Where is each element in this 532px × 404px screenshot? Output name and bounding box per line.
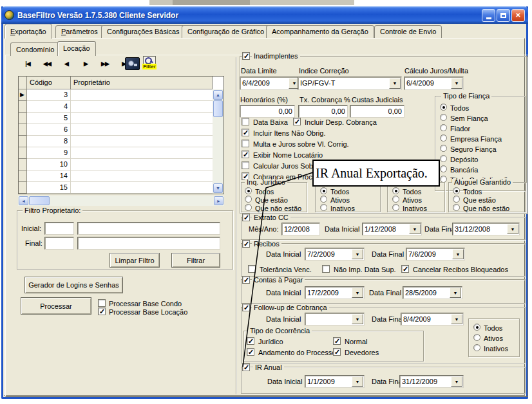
mes-ano-input[interactable] xyxy=(281,223,320,235)
fianca-seguro-radio[interactable] xyxy=(440,145,447,152)
grid-header-proprietario[interactable]: Proprietário xyxy=(71,77,213,89)
grid-row-selector[interactable] xyxy=(19,124,27,136)
exibir-nome-locatario-checkbox[interactable] xyxy=(242,151,249,158)
grid-cell-proprietario[interactable] xyxy=(71,147,213,159)
dropdown-arrow-icon[interactable]: ▼ xyxy=(352,288,363,298)
recibos-checkbox[interactable] xyxy=(242,240,250,248)
nav-fast-prev-button[interactable]: ◀◀ xyxy=(39,57,55,70)
dropdown-arrow-icon[interactable]: ▼ xyxy=(389,78,401,89)
devedores-checkbox[interactable] xyxy=(333,348,341,356)
fianca-fiador-radio[interactable] xyxy=(440,124,447,131)
grid-cell-codigo[interactable]: 3 xyxy=(27,89,71,101)
followup-checkbox[interactable] xyxy=(242,304,250,311)
grid-cell-proprietario[interactable] xyxy=(71,101,213,113)
grid-cell-codigo[interactable]: 9 xyxy=(27,147,71,159)
grid-horizontal-scrollbar[interactable]: ◄ ► xyxy=(18,196,224,206)
inq-que-nao-estao-radio[interactable] xyxy=(245,204,252,211)
inq-que-estao-radio[interactable] xyxy=(245,196,252,203)
cancelar-recibos-checkbox[interactable] xyxy=(401,265,409,273)
limpar-filtro-button[interactable]: Limpar Filtro xyxy=(109,253,160,268)
grid-cell-proprietario[interactable] xyxy=(71,170,213,182)
followup-data-final-combo[interactable]: 8/4/2009 ▼ xyxy=(401,313,464,326)
grid-cell-proprietario[interactable] xyxy=(71,124,213,136)
dropdown-arrow-icon[interactable]: ▼ xyxy=(352,314,363,324)
tab-controle-envio[interactable]: Controle de Envio xyxy=(374,25,442,38)
tolerancia-venc-checkbox[interactable] xyxy=(248,265,256,273)
tab-configuracao-grafico[interactable]: Configuração de Gráfico xyxy=(182,25,270,38)
dropdown-arrow-icon[interactable]: ▼ xyxy=(451,314,462,324)
aluguel-todos-radio[interactable] xyxy=(453,187,460,194)
nao-imp-data-sup-checkbox[interactable] xyxy=(322,265,330,273)
nav-first-button[interactable]: |◀ xyxy=(19,57,36,70)
honorarios-input[interactable] xyxy=(240,105,295,118)
extrato-cc-checkbox[interactable] xyxy=(242,214,250,221)
gerador-logins-senhas-button[interactable]: Gerador de Logins e Senhas xyxy=(24,277,123,293)
grid-row-selector[interactable] xyxy=(19,147,27,159)
grid-row-selector[interactable] xyxy=(19,170,27,182)
grid-row-selector[interactable] xyxy=(19,182,27,194)
contas-data-final-combo[interactable]: 28/5/2009 ▼ xyxy=(403,286,462,299)
ir-data-final-combo[interactable]: 31/12/2009 ▼ xyxy=(399,375,464,388)
dropdown-arrow-icon[interactable]: ▼ xyxy=(451,78,462,89)
inadimplentes-checkbox[interactable] xyxy=(242,52,250,60)
fianca-deposito-radio[interactable] xyxy=(440,155,447,162)
grid-cell-codigo[interactable]: 10 xyxy=(27,159,71,170)
ir-anual-checkbox[interactable] xyxy=(242,363,250,371)
processar-base-locacao-checkbox[interactable] xyxy=(98,308,106,315)
andamento-processo-checkbox[interactable] xyxy=(247,348,254,356)
minimize-button[interactable] xyxy=(482,9,495,22)
grid-row-selector[interactable] xyxy=(19,101,27,113)
aluguel-que-estao-radio[interactable] xyxy=(453,196,460,203)
nav-next-button[interactable]: ▶ xyxy=(77,57,94,70)
grid-row-selector[interactable] xyxy=(19,136,27,147)
dropdown-arrow-icon[interactable]: ▼ xyxy=(450,288,461,298)
grid-cell-proprietario[interactable] xyxy=(71,136,213,147)
status-ativos-radio[interactable] xyxy=(473,334,480,341)
dropdown-arrow-icon[interactable]: ▼ xyxy=(409,224,421,234)
indice-correcao-combo[interactable]: IGP/FGV-T ▼ xyxy=(298,77,402,90)
tx-cobranca-input[interactable] xyxy=(298,105,348,118)
final-code-input[interactable] xyxy=(44,237,74,250)
extrato-data-final-combo[interactable]: 31/12/2008 ▼ xyxy=(452,223,520,235)
filtrar-button[interactable]: Filtrar xyxy=(171,253,220,268)
status-todos-radio[interactable] xyxy=(473,324,480,331)
calculo-juros-combo[interactable]: 6/4/2009 ▼ xyxy=(404,77,464,90)
processar-base-condo-checkbox[interactable] xyxy=(98,299,106,307)
subtab-locacao[interactable]: Locação xyxy=(57,41,96,56)
dropdown-arrow-icon[interactable]: ▼ xyxy=(507,224,518,234)
grid-row-selector[interactable] xyxy=(19,113,27,124)
grid-cell-codigo[interactable]: 4 xyxy=(27,101,71,113)
maximize-button[interactable] xyxy=(497,9,510,22)
tab-exportacao[interactable]: Exportação xyxy=(5,24,52,39)
grid-cell-codigo[interactable]: 8 xyxy=(27,136,71,147)
tab-configuracoes-basicas[interactable]: Configurações Básicas xyxy=(101,25,185,38)
fianca-bancaria-radio[interactable] xyxy=(440,165,447,172)
inicial-code-input[interactable] xyxy=(44,222,74,235)
grid-cell-codigo[interactable]: 14 xyxy=(27,170,71,182)
grid-cell-proprietario[interactable] xyxy=(71,182,213,194)
inicial-name-input[interactable] xyxy=(77,222,220,235)
tab-parametros[interactable]: Parâmetros xyxy=(55,25,104,38)
proprietario-grid[interactable]: Código Proprietário ▶ 3 4 5 6 8 9 10 xyxy=(18,76,224,194)
normal-checkbox[interactable] xyxy=(333,337,341,345)
grid-row-selector[interactable] xyxy=(19,159,27,170)
contas-data-inicial-combo[interactable]: 17/2/2009 ▼ xyxy=(305,286,365,299)
scroll-left-button[interactable]: ◄ xyxy=(19,196,28,205)
data-baixa-checkbox[interactable] xyxy=(242,118,249,125)
horizontal-scroll-thumb[interactable] xyxy=(29,196,50,205)
juridico-checkbox[interactable] xyxy=(247,337,254,345)
grid-cell-codigo[interactable]: 5 xyxy=(27,113,71,124)
fianca-todos-radio[interactable] xyxy=(440,104,447,111)
grid-cell-proprietario[interactable] xyxy=(71,89,213,101)
recibos-data-inicial-combo[interactable]: 7/2/2009 ▼ xyxy=(305,248,365,261)
grid-cell-codigo[interactable]: 15 xyxy=(27,182,71,194)
grid-row-selector[interactable]: ▶ xyxy=(19,89,27,101)
scroll-up-button[interactable]: ▲ xyxy=(213,90,223,100)
processar-button[interactable]: Processar xyxy=(21,297,91,315)
contas-pagar-checkbox[interactable] xyxy=(242,276,250,284)
nav-prev-button[interactable]: ◀ xyxy=(58,57,75,70)
dropdown-arrow-icon[interactable]: ▼ xyxy=(352,376,363,387)
group2-ativos-radio[interactable] xyxy=(320,196,327,203)
status-inativos-radio[interactable] xyxy=(473,344,480,351)
vertical-scroll-thumb[interactable] xyxy=(213,100,223,117)
